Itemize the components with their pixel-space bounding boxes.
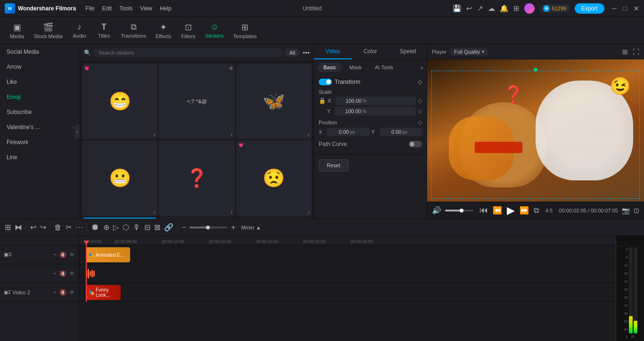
toolbar-item-stock[interactable]: 🎬 Stock Media — [29, 20, 67, 41]
transform-header[interactable]: Transform ◇ — [319, 79, 422, 85]
fullscreen-icon[interactable]: ⛶ — [633, 48, 639, 56]
pos-y-field[interactable]: px — [380, 128, 422, 136]
sticker-cell-3[interactable]: 🦋 ↓ — [236, 64, 312, 139]
clip-icon[interactable]: ▷ — [113, 223, 119, 232]
selection-handle-top[interactable] — [534, 68, 537, 72]
zoom-out-icon[interactable]: − — [182, 223, 186, 232]
search-input[interactable] — [94, 48, 282, 57]
tab-color[interactable]: Color — [352, 44, 389, 59]
reset-button[interactable]: Reset — [319, 159, 348, 171]
save-icon[interactable]: 💾 — [453, 4, 462, 13]
toolbar-item-media[interactable]: ▣ Media — [5, 20, 29, 41]
menu-help[interactable]: Help — [160, 5, 172, 12]
menu-tools[interactable]: Tools — [119, 5, 132, 12]
pos-y-input[interactable] — [383, 129, 402, 135]
position-diamond[interactable]: ◇ — [418, 119, 422, 126]
sub-tab-mask[interactable]: Mask — [344, 63, 367, 72]
sub-tab-ai[interactable]: AI Tools — [369, 63, 399, 72]
track3-eye-icon[interactable]: 👁 — [69, 252, 75, 258]
track2-eye-icon[interactable]: 👁 — [69, 289, 75, 296]
cut-icon[interactable]: ✂ — [66, 223, 72, 232]
transform-toggle[interactable] — [319, 79, 332, 85]
scale-y-field[interactable]: % — [335, 107, 416, 115]
sidebar-item-emoji[interactable]: Emoji — [0, 89, 80, 105]
sub-tab-basic[interactable]: Basic — [318, 63, 342, 72]
motion-icon[interactable]: ⊕ — [103, 223, 109, 232]
track-add-icon[interactable]: ⊞ — [5, 223, 11, 232]
grid-view-icon[interactable]: ⊞ — [622, 48, 628, 56]
minimize-button[interactable]: ─ — [612, 5, 617, 12]
link-icon[interactable]: 🔗 — [164, 223, 173, 232]
shield-icon[interactable]: ⬡ — [123, 223, 129, 232]
track3-mute-icon[interactable]: 🔇 — [59, 252, 66, 258]
share-icon[interactable]: ↗ — [477, 4, 483, 13]
sub-tab-more-icon[interactable]: › — [421, 64, 423, 71]
toolbar-item-transitions[interactable]: ⧉ Transitions — [116, 20, 151, 41]
toolbar-item-templates[interactable]: ⊞ Templates — [228, 20, 261, 41]
skip-back-icon[interactable]: ⏮ — [479, 205, 488, 215]
export-button[interactable]: Export — [575, 3, 604, 14]
record-icon[interactable]: ⏺ — [91, 222, 99, 232]
compound-icon[interactable]: ⊠ — [154, 223, 160, 232]
tab-speed[interactable]: Speed — [389, 44, 427, 59]
mic-icon[interactable]: 🎙 — [133, 223, 140, 232]
clip-animated[interactable]: 🎭 Animated E... — [86, 247, 130, 262]
maximize-button[interactable]: □ — [623, 5, 627, 12]
zoom-in-icon[interactable]: + — [231, 223, 235, 232]
sidebar-item-line[interactable]: Line — [0, 150, 80, 165]
pip-icon[interactable]: ⊡ — [634, 207, 639, 214]
volume-icon[interactable]: 🔊 — [432, 206, 441, 215]
loop-icon[interactable]: ⧉ — [534, 206, 539, 215]
sticker-cell-6[interactable]: 😟 💗 ↓ — [236, 140, 312, 216]
sidebar-item-social-media[interactable]: Social Media — [0, 44, 80, 59]
path-curve-toggle[interactable] — [409, 141, 422, 147]
sidebar-item-subscribe[interactable]: Subscribe — [0, 105, 80, 120]
delete-icon[interactable]: 🗑 — [54, 223, 62, 232]
redo-icon[interactable]: ↪ — [40, 223, 46, 232]
playhead[interactable] — [86, 244, 87, 302]
scale-x-input[interactable] — [338, 98, 362, 104]
scale-y-input[interactable] — [338, 108, 361, 114]
sidebar-item-arrow[interactable]: Arrow — [0, 59, 80, 74]
audio-eye-icon[interactable]: 👁 — [69, 270, 75, 277]
snapshot-icon[interactable]: 📷 — [622, 207, 630, 214]
toolbar-item-effects[interactable]: ✦ Effects — [151, 20, 176, 41]
step-back-icon[interactable]: ⏪ — [493, 206, 502, 215]
track2-mute-icon[interactable]: 🔇 — [59, 289, 66, 296]
undo-icon[interactable]: ↩ — [30, 223, 36, 232]
collapse-sidebar-btn[interactable]: ‹ — [74, 124, 80, 138]
sidebar-item-firework[interactable]: Firework — [0, 135, 80, 150]
toolbar-item-audio[interactable]: ♪ Audio — [67, 20, 92, 41]
more-icon[interactable]: ••• — [303, 49, 310, 57]
scale-x-diamond[interactable]: ◇ — [418, 97, 422, 104]
magnetic-snap-icon[interactable]: ⧓ — [15, 223, 22, 232]
pos-x-field[interactable]: px — [327, 128, 370, 136]
notif-icon[interactable]: 🔔 — [500, 4, 509, 13]
menu-file[interactable]: File — [85, 5, 94, 12]
quality-dropdown[interactable]: Full Quality ▾ — [450, 48, 488, 56]
pos-x-input[interactable] — [330, 129, 349, 135]
zoom-slider-wrap[interactable] — [190, 227, 227, 228]
audio-add-icon[interactable]: + — [53, 270, 57, 277]
undo-title-icon[interactable]: ↩ — [466, 4, 472, 13]
lock-icon[interactable]: 🔒 — [319, 97, 326, 104]
close-button[interactable]: ✕ — [634, 5, 639, 12]
step-forward-icon[interactable]: ⏩ — [520, 206, 529, 215]
sticker-cell-1[interactable]: 😁 💗 ↓ — [82, 64, 157, 139]
sidebar-item-valentines[interactable]: Valentine's ... › — [0, 120, 80, 135]
sidebar-item-like[interactable]: Like — [0, 74, 80, 89]
transform-reset-icon[interactable]: ◇ — [418, 79, 422, 85]
play-icon[interactable]: ▶ — [507, 204, 515, 217]
track3-add-icon[interactable]: + — [53, 252, 57, 258]
sticker-cell-2[interactable]: =;? ^&@ ↓ ⊕ — [159, 64, 234, 139]
audio-mute-icon[interactable]: 🔇 — [59, 270, 66, 277]
volume-slider[interactable] — [445, 210, 473, 211]
scale-y-diamond[interactable]: ◇ — [418, 108, 422, 114]
more-tools-icon[interactable]: ⋯ — [75, 223, 83, 232]
cloud-icon[interactable]: ☁ — [488, 4, 495, 13]
tab-video[interactable]: Video — [314, 44, 352, 59]
apps-icon[interactable]: ⊞ — [513, 4, 520, 13]
sticker-cell-4[interactable]: 😬 ↓ — [82, 140, 157, 216]
menu-edit[interactable]: Edit — [102, 5, 112, 12]
meter-label[interactable]: Meter ▲ — [241, 225, 261, 230]
